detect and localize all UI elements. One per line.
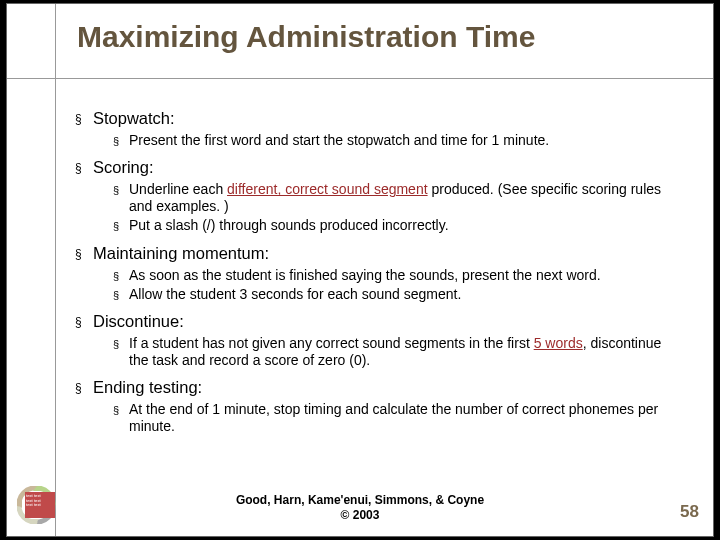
sub-item-text: Underline each different, correct sound … [129,181,675,215]
section-heading-text: Stopwatch: [93,108,175,128]
sub-item-text: Put a slash (/) through sounds produced … [129,217,449,234]
sub-item-text: If a student has not given any correct s… [129,335,675,369]
bullet-icon: § [75,315,93,335]
section-heading: §Stopwatch: [75,108,675,128]
section-heading-text: Maintaining momentum: [93,243,269,263]
bullet-icon: § [75,381,93,401]
sub-item: §As soon as the student is finished sayi… [113,267,675,284]
slide: Maximizing Administration Time §Stopwatc… [6,3,714,537]
sub-item-text: At the end of 1 minute, stop timing and … [129,401,675,435]
bullet-icon: § [113,270,129,287]
sub-item: §Underline each different, correct sound… [113,181,675,215]
bullet-icon: § [113,338,129,372]
horizontal-rule [7,78,713,79]
section-heading: §Discontinue: [75,311,675,331]
sub-list: §As soon as the student is finished sayi… [113,267,675,303]
section-heading: §Ending testing: [75,377,675,397]
sub-item-text: As soon as the student is finished sayin… [129,267,601,284]
slide-title: Maximizing Administration Time [77,20,683,54]
bullet-icon: § [113,184,129,218]
sub-item-text: Present the first word and start the sto… [129,132,549,149]
sub-item: §At the end of 1 minute, stop timing and… [113,401,675,435]
sub-item-text: Allow the student 3 seconds for each sou… [129,286,461,303]
section-heading: §Maintaining momentum: [75,243,675,263]
footer-line2: © 2003 [341,508,380,522]
sub-item: §Present the first word and start the st… [113,132,675,149]
bullet-icon: § [75,247,93,267]
sub-item: §Allow the student 3 seconds for each so… [113,286,675,303]
bullet-icon: § [113,220,129,237]
bullet-icon: § [75,112,93,132]
bullet-icon: § [113,404,129,438]
bullet-icon: § [113,135,129,152]
highlight-text: 5 words [534,335,583,351]
sub-list: §Underline each different, correct sound… [113,181,675,234]
section-heading-text: Discontinue: [93,311,184,331]
sub-list: §Present the first word and start the st… [113,132,675,149]
page-number: 58 [680,502,699,522]
vertical-rule [55,4,56,536]
sub-list: §At the end of 1 minute, stop timing and… [113,401,675,435]
footer-line1: Good, Harn, Kame'enui, Simmons, & Coyne [236,493,484,507]
bullet-icon: § [75,161,93,181]
sub-item: §If a student has not given any correct … [113,335,675,369]
section-heading: §Scoring: [75,157,675,177]
content-area: §Stopwatch:§Present the first word and s… [75,100,675,435]
highlight-text: different, correct sound segment [227,181,428,197]
sub-item: §Put a slash (/) through sounds produced… [113,217,675,234]
bullet-icon: § [113,289,129,306]
section-heading-text: Scoring: [93,157,154,177]
sub-list: §If a student has not given any correct … [113,335,675,369]
section-heading-text: Ending testing: [93,377,202,397]
footer-credits: Good, Harn, Kame'enui, Simmons, & Coyne … [7,493,713,522]
